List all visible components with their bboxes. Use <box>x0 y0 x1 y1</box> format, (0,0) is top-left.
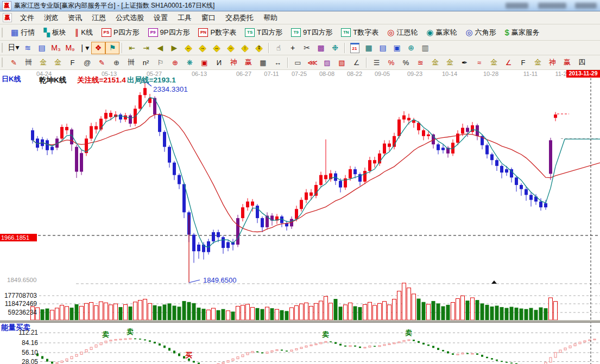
candle-style-dropdown-button[interactable]: ❘▾ <box>77 42 91 54</box>
crosshair-tool-button[interactable]: + <box>286 42 300 54</box>
pane-divider[interactable] <box>0 320 600 323</box>
percent-tool-button[interactable]: % <box>399 56 413 69</box>
shift-right-button-button[interactable]: ◆→ <box>195 42 210 54</box>
n-square-tool-button[interactable]: n² <box>138 56 153 69</box>
menu-formula-stock-pick[interactable]: 公式选股 <box>111 12 149 24</box>
measure-tool-button[interactable]: ✂ <box>300 42 314 54</box>
9t-square-button[interactable]: T99T四方形 <box>287 25 337 40</box>
f-angle-tool-button[interactable]: F <box>516 56 530 69</box>
period-dropdown-button[interactable]: 日▾ <box>7 42 21 54</box>
percent-red-tool-button[interactable]: % <box>384 56 399 69</box>
shen-angle-tool-button[interactable]: 神 <box>545 56 560 69</box>
next-button-button[interactable]: ▶ <box>167 42 181 54</box>
menu-news[interactable]: 资讯 <box>63 12 87 24</box>
toolbar-grip[interactable] <box>2 43 4 53</box>
wave-mark-tool-button[interactable]: И <box>212 56 226 69</box>
sectors-button[interactable]: ▚板块 <box>39 25 71 40</box>
hatch-red-tool-button[interactable]: ▧ <box>334 56 349 69</box>
shen-tool-button[interactable]: 神 <box>226 56 241 69</box>
ying-tool-button[interactable]: 赢 <box>241 56 256 69</box>
notes-icon-button[interactable]: ▤ <box>376 42 390 54</box>
four-angle-tool-button[interactable]: 四 <box>574 56 589 69</box>
ruler-pen-tool-button[interactable]: ✎ <box>94 56 109 69</box>
hand-tool-button[interactable]: ☝ <box>271 42 286 54</box>
p-square-button[interactable]: PSP四方形 <box>97 25 144 40</box>
p-number-table-button[interactable]: PNP数字表 <box>194 25 241 40</box>
wave-9-icon-button[interactable]: M₉ <box>63 42 77 54</box>
gann-grid-tool-glyph: 卌 <box>25 58 32 67</box>
gold-angle2-tool-button[interactable]: 金 <box>530 56 545 69</box>
hash-lines-tool-button[interactable]: 卌 <box>124 56 138 69</box>
shift-left-button-button[interactable]: ◆← <box>181 42 195 54</box>
winner-wheel-button[interactable]: ◉赢家轮 <box>422 25 461 40</box>
menu-settings[interactable]: 设置 <box>149 12 173 24</box>
menu-gann[interactable]: 江恩 <box>87 12 111 24</box>
levels-tool-button[interactable]: ☰ <box>369 56 384 69</box>
toolbar-grip[interactable] <box>2 58 4 67</box>
knot-tool-button[interactable]: ❉ <box>328 42 342 54</box>
shrink-y-button-button[interactable]: ◆⇕ <box>252 42 266 54</box>
target-tool-button[interactable]: ⊕ <box>168 56 182 69</box>
menu-window[interactable]: 窗口 <box>197 12 220 24</box>
report-icon-button[interactable]: ▤ <box>35 42 49 54</box>
volume-bar <box>529 308 533 320</box>
volume-bar <box>554 302 558 320</box>
compass-tool-button[interactable]: ⊕ <box>109 56 124 69</box>
width-measure-tool-button[interactable]: ↔ <box>270 56 285 69</box>
hatch-purple-tool-button[interactable]: ▨ <box>320 56 334 69</box>
volume-flag-toggle-button[interactable]: ⚑ <box>105 42 119 54</box>
expand-y-button-button[interactable]: ◆↕ <box>238 42 252 54</box>
calendar-icon-button[interactable]: 21 <box>348 42 362 54</box>
kline-button[interactable]: ∥K线 <box>71 25 97 40</box>
9p-square-button[interactable]: P99P四方形 <box>144 25 194 40</box>
flags-tool-button[interactable]: ⚐ <box>153 56 168 69</box>
calculator-icon-button[interactable]: ▦ <box>362 42 376 54</box>
rays-tool-button[interactable]: ⋘ <box>305 56 320 69</box>
expand-x-button-button[interactable]: ◆↔ <box>210 42 224 54</box>
trend-lines-icon-button[interactable]: ≋ <box>21 42 35 54</box>
wave-3-icon-button[interactable]: M₃ <box>49 42 63 54</box>
menu-browse[interactable]: 浏览 <box>39 12 63 24</box>
t-number-table-button[interactable]: TNT数字表 <box>337 25 383 40</box>
spiral-tool-button[interactable]: @ <box>80 56 94 69</box>
fibonacci-tool-button[interactable]: F <box>65 56 80 69</box>
save-icon-button[interactable]: ▣ <box>390 42 404 54</box>
menu-tools[interactable]: 工具 <box>173 12 197 24</box>
pencil-tool-button[interactable]: ✎ <box>7 56 21 69</box>
red-grid-tool-button[interactable]: ▣ <box>197 56 212 69</box>
period-label[interactable]: 日K线 <box>2 74 21 84</box>
ruler-123-tool-button[interactable]: ▦ <box>256 56 270 69</box>
wave-percent-tool-button[interactable]: ≊ <box>413 56 428 69</box>
toolbar-grip[interactable] <box>2 28 4 37</box>
wave2-tool-button[interactable]: ≈ <box>472 56 487 69</box>
print-icon-button[interactable]: ▥ <box>418 42 432 54</box>
grid-tool-button[interactable]: ▩ <box>314 42 328 54</box>
gold-circle-tool-button[interactable]: 金 <box>428 56 443 69</box>
prev-button-button[interactable]: ◀ <box>153 42 167 54</box>
menu-trade[interactable]: 交易委托 <box>220 12 258 24</box>
menu-help[interactable]: 帮助 <box>258 12 282 24</box>
winner-service-button[interactable]: $赢家服务 <box>501 25 544 40</box>
market-quotes-button[interactable]: ▦行情 <box>7 25 39 40</box>
menu-file[interactable]: 文件 <box>15 12 39 24</box>
box-tool-button[interactable]: ▭ <box>290 56 305 69</box>
hexagon-button[interactable]: ◎六角形 <box>461 25 500 40</box>
first-page-button-button[interactable]: ⇤ <box>125 42 139 54</box>
gold-angle-tool-button[interactable]: 金 <box>487 56 501 69</box>
gold-lines-tool-button[interactable]: 金 <box>36 56 50 69</box>
web-search-icon-button[interactable]: ⊕ <box>404 42 418 54</box>
qiankun-kline-toggle-button[interactable]: ❖ <box>91 42 105 54</box>
last-page-button-button[interactable]: ⇥ <box>139 42 153 54</box>
angle-lines-tool-button[interactable]: ∠ <box>349 56 364 69</box>
shrink-x-button-button[interactable]: ◆⇔ <box>224 42 238 54</box>
gold-level-tool-button[interactable]: 金 <box>443 56 457 69</box>
energy-candle <box>457 354 459 355</box>
j-angle-tool-button[interactable]: ∠ <box>501 56 516 69</box>
star-tool-button[interactable]: ❋ <box>182 56 197 69</box>
gann-wheel-button[interactable]: ◎江恩轮 <box>383 25 422 40</box>
gann-grid-tool-button[interactable]: 卌 <box>21 56 36 69</box>
t-square-button[interactable]: TST四方形 <box>241 25 287 40</box>
pen2-tool-button[interactable]: ✒ <box>457 56 472 69</box>
ying-angle-tool-button[interactable]: 赢 <box>560 56 574 69</box>
gold-lines2-tool-button[interactable]: 金 <box>50 56 65 69</box>
